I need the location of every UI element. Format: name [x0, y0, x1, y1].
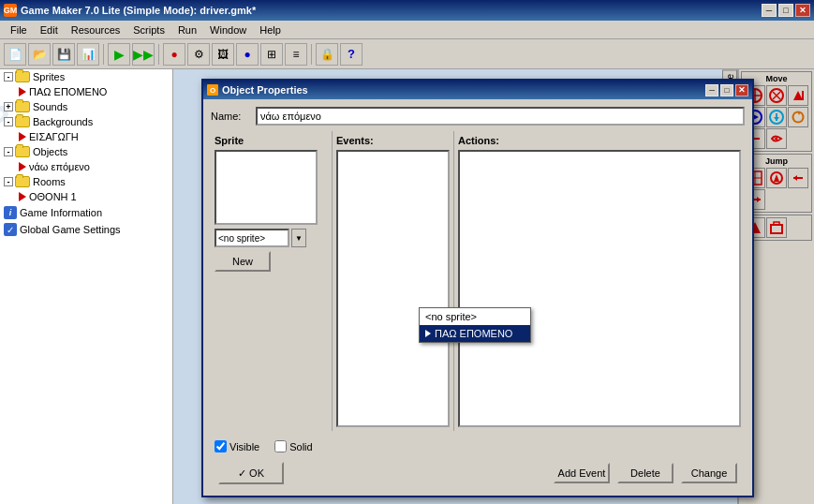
toolbar-new[interactable]: 📄 — [4, 43, 26, 66]
name-row: Name: — [211, 107, 745, 126]
actions-list[interactable] — [458, 150, 741, 427]
menu-window[interactable]: Window — [203, 22, 253, 38]
action-move-3[interactable] — [788, 85, 808, 106]
toolbar-run[interactable]: ▶ — [108, 43, 130, 66]
sidebar-item-room1[interactable]: ΟΘΟΝΗ 1 — [0, 189, 172, 204]
sidebar-item-objects[interactable]: - Objects — [0, 144, 172, 159]
solid-label: Solid — [289, 441, 312, 452]
sprite-column: Sprite ▼ New — [211, 131, 333, 431]
object-properties-dialog: O Object Properties ─ □ ✕ Name: — [201, 79, 754, 497]
action-move-2[interactable] — [766, 85, 787, 106]
dialog-body: Name: Sprite ▼ New — [203, 99, 752, 496]
minimize-button[interactable]: ─ — [762, 4, 777, 17]
svg-marker-6 — [793, 91, 803, 100]
new-sprite-button[interactable]: New — [215, 251, 271, 272]
toolbar-list[interactable]: ≡ — [285, 43, 307, 66]
content-area: S S O Object Properties ─ □ ✕ Nam — [173, 69, 814, 504]
action-move-6[interactable] — [788, 107, 808, 127]
expand-sprites[interactable]: - — [4, 72, 13, 82]
toolbar-run2[interactable]: ▶▶ — [132, 43, 155, 66]
footer-buttons: Add Event Delete Change — [554, 463, 737, 483]
add-event-button[interactable]: Add Event — [554, 463, 610, 483]
svg-marker-23 — [793, 175, 797, 181]
dialog-columns: Sprite ▼ New Events: — [211, 131, 745, 431]
toolbar-grid[interactable]: ⊞ — [260, 43, 283, 66]
rooms-label: Rooms — [33, 176, 66, 187]
ok-button[interactable]: ✓ OK — [218, 462, 284, 484]
toolbar-help[interactable]: ? — [340, 43, 363, 66]
visible-checkbox-label[interactable]: Visible — [215, 440, 259, 452]
name-input[interactable] — [256, 107, 745, 126]
dialog-maximize[interactable]: □ — [720, 84, 733, 96]
dialog-minimize[interactable]: ─ — [705, 84, 718, 96]
title-bar-buttons: ─ □ ✕ — [762, 4, 810, 17]
sidebar-item-pao[interactable]: ΠΑΩ ΕΠΟΜΕΝΟ — [0, 84, 172, 99]
delete-button[interactable]: Delete — [617, 463, 673, 483]
sidebar-item-sprites[interactable]: - Sprites — [0, 69, 172, 84]
game-info-label: Game Information — [20, 207, 102, 218]
expand-objects[interactable]: - — [4, 147, 13, 156]
menu-help[interactable]: Help — [253, 22, 288, 38]
svg-marker-26 — [757, 197, 761, 202]
visible-checkbox[interactable] — [215, 440, 227, 452]
toolbar-image[interactable]: 🖼 — [212, 43, 234, 66]
toolbar-save[interactable]: 💾 — [52, 43, 75, 66]
toolbar-lock[interactable]: 🔒 — [316, 43, 338, 66]
dropdown-play-icon — [425, 330, 431, 337]
sidebar-item-obj-next[interactable]: νάω επόμενο — [0, 159, 172, 174]
sidebar-item-eisagwgh[interactable]: ΕΙΣΑΓΩΓΗ — [0, 129, 172, 144]
app-icon: GM — [4, 4, 17, 17]
dialog-title-bar: O Object Properties ─ □ ✕ — [203, 81, 752, 99]
maximize-button[interactable]: □ — [778, 4, 793, 17]
menu-run[interactable]: Run — [171, 22, 203, 38]
menu-resources[interactable]: Resources — [65, 22, 127, 38]
dropdown-item-no-sprite[interactable]: <no sprite> — [420, 308, 530, 325]
sidebar-item-global-settings[interactable]: ✓ Global Game Settings — [0, 221, 172, 238]
dialog-close[interactable]: ✕ — [735, 84, 748, 96]
action-move-8[interactable] — [766, 128, 787, 149]
sprite-select[interactable] — [215, 229, 289, 247]
toolbar-export[interactable]: 📊 — [77, 43, 99, 66]
events-column: Events: — [333, 131, 454, 431]
events-list[interactable] — [336, 150, 450, 427]
dialog-footer: ✓ OK Add Event Delete Change — [211, 458, 745, 488]
sprites-label: Sprites — [33, 71, 65, 82]
solid-checkbox[interactable] — [274, 440, 287, 452]
menu-file[interactable]: File — [4, 22, 34, 38]
folder-icon-sprites — [15, 71, 30, 82]
sprite-dropdown-row: ▼ — [215, 229, 328, 247]
menu-scripts[interactable]: Scripts — [126, 22, 171, 38]
obj-next-label: νάω επόμενο — [29, 161, 90, 172]
expand-sounds[interactable]: + — [4, 102, 13, 111]
title-bar-left: GM Game Maker 7.0 Lite (Simple Mode): dr… — [4, 4, 256, 17]
toolbar-stop[interactable]: ● — [163, 43, 185, 66]
dropdown-item-pao[interactable]: ΠΑΩ ΕΠΟΜΕΝΟ — [420, 325, 530, 342]
sidebar-item-backgrounds[interactable]: - Backgrounds — [0, 114, 172, 129]
sidebar-item-sounds[interactable]: + Sounds — [0, 99, 172, 114]
toolbar: 📄 📂 💾 📊 ▶ ▶▶ ● ⚙ 🖼 ● ⊞ ≡ 🔒 ? — [0, 39, 814, 69]
dropdown-item-pao-label: ΠΑΩ ΕΠΟΜΕΝΟ — [435, 328, 512, 339]
change-button[interactable]: Change — [681, 463, 737, 483]
solid-checkbox-label[interactable]: Solid — [274, 440, 312, 452]
sprite-dropdown-button[interactable]: ▼ — [291, 229, 306, 247]
toolbar-settings[interactable]: ⚙ — [187, 43, 210, 66]
folder-icon-backgrounds — [15, 116, 30, 127]
play-icon-room — [19, 192, 26, 201]
folder-icon-sounds — [15, 101, 30, 112]
sounds-label: Sounds — [33, 101, 67, 112]
backgrounds-label: Backgrounds — [33, 116, 93, 127]
expand-backgrounds[interactable]: - — [4, 117, 13, 126]
action-jump-2[interactable] — [766, 168, 787, 188]
expand-rooms[interactable]: - — [4, 177, 13, 186]
play-icon-pao — [19, 87, 26, 96]
toolbar-open[interactable]: 📂 — [28, 43, 51, 66]
menu-edit[interactable]: Edit — [34, 22, 65, 38]
action-extra-2[interactable] — [766, 217, 787, 238]
sidebar-item-game-info[interactable]: i Game Information — [0, 204, 172, 221]
toolbar-circle[interactable]: ● — [236, 43, 259, 66]
sidebar-item-rooms[interactable]: - Rooms — [0, 174, 172, 189]
action-jump-3[interactable] — [788, 168, 808, 188]
toolbar-sep2 — [158, 44, 159, 65]
action-move-5[interactable] — [766, 107, 787, 127]
close-button[interactable]: ✕ — [795, 4, 810, 17]
